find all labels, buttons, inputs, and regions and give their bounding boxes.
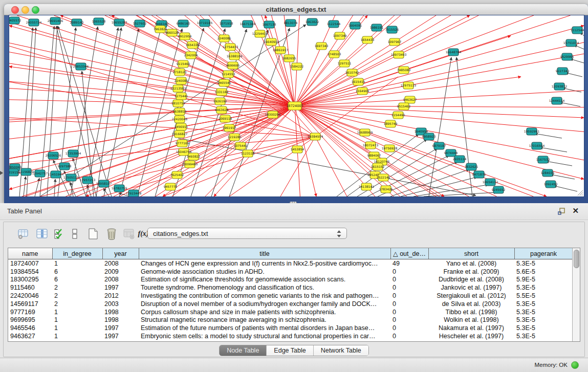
svg-text:8912954: 8912954	[178, 34, 192, 38]
svg-text:20206526: 20206526	[46, 154, 61, 157]
svg-text:1167533: 1167533	[536, 158, 550, 161]
svg-text:1275441: 1275441	[175, 94, 188, 98]
table-panel-header: Table Panel ✕	[0, 203, 588, 220]
desktop-artifact	[0, 171, 3, 175]
show-columns-icon[interactable]	[34, 226, 50, 242]
svg-text:12505115: 12505115	[63, 176, 79, 179]
svg-text:9699695: 9699695	[226, 63, 240, 67]
svg-text:1638810: 1638810	[173, 110, 187, 113]
canvas-resize-grip[interactable]	[576, 189, 583, 196]
svg-text:20691406: 20691406	[48, 19, 63, 23]
svg-text:9227343: 9227343	[556, 69, 570, 73]
svg-text:1640954: 1640954	[415, 129, 428, 133]
table-row[interactable]: 946554611997Estimation of the future num…	[8, 324, 573, 332]
column-header-in_degree[interactable]: in_degree	[52, 248, 102, 259]
svg-text:18724007: 18724007	[286, 104, 303, 108]
svg-text:10973493: 10973493	[391, 53, 407, 56]
memory-ok-indicator[interactable]	[571, 361, 579, 369]
memory-status-label: Memory: OK	[534, 362, 568, 368]
svg-text:16782759: 16782759	[112, 186, 127, 190]
svg-text:17016504: 17016504	[529, 144, 545, 147]
svg-text:9463627: 9463627	[403, 98, 417, 101]
table-row[interactable]: 1456911722003Disruption of a novel membe…	[8, 300, 573, 308]
tab-edge-table[interactable]: Edge Table	[266, 345, 313, 356]
node-attribute-table[interactable]: namein_degreeyeartitle△ out_de…shortpage…	[8, 248, 580, 342]
svg-text:16648784: 16648784	[446, 50, 462, 54]
svg-text:1961917: 1961917	[223, 126, 236, 129]
svg-text:1453854: 1453854	[291, 147, 304, 151]
svg-text:1219280: 1219280	[228, 135, 242, 139]
table-row[interactable]: 2242004622012Investigating the contribut…	[8, 292, 573, 300]
svg-text:1584222: 1584222	[290, 64, 304, 68]
svg-text:19384554: 19384554	[308, 135, 323, 138]
svg-text:1527602: 1527602	[133, 21, 147, 25]
new-document-icon[interactable]	[85, 226, 101, 242]
tab-node-table[interactable]: Node Table	[220, 345, 266, 356]
svg-text:17957253: 17957253	[80, 178, 96, 182]
unselect-all-icon[interactable]	[67, 226, 82, 242]
svg-text:9463628: 9463628	[215, 108, 229, 112]
column-header-name[interactable]: name	[8, 248, 52, 259]
svg-text:22420046: 22420046	[172, 117, 188, 121]
table-scrollbar[interactable]	[572, 248, 580, 341]
table-row[interactable]: 977716911998Corpus callosum shape and si…	[8, 308, 573, 316]
table-settings-icon[interactable]	[16, 226, 31, 242]
svg-text:1748503: 1748503	[328, 52, 341, 56]
svg-text:3493822: 3493822	[187, 155, 201, 158]
close-panel-icon[interactable]: ✕	[572, 206, 579, 215]
select-all-icon[interactable]	[52, 226, 67, 242]
column-header-title[interactable]: title	[139, 248, 390, 259]
svg-text:9515462: 9515462	[397, 104, 411, 108]
tab-network-table[interactable]: Network Table	[313, 345, 368, 356]
svg-text:9474444: 9474444	[444, 151, 458, 155]
column-header-out_degree[interactable]: △ out_de…	[390, 248, 428, 259]
svg-text:1895749: 1895749	[384, 122, 398, 125]
svg-text:10688909: 10688909	[357, 130, 373, 134]
table-row[interactable]: 1830029562008Estimation of significance …	[8, 276, 573, 284]
svg-text:1615152: 1615152	[371, 165, 385, 168]
svg-text:1963822: 1963822	[306, 20, 319, 24]
citation-network-graph[interactable]: 2405572240557242069140620891401065528106…	[9, 15, 584, 196]
svg-text:19756928: 19756928	[382, 146, 398, 150]
svg-text:9457771: 9457771	[164, 185, 178, 188]
column-header-short[interactable]: short	[428, 248, 514, 259]
column-header-year[interactable]: year	[102, 248, 139, 259]
window-titlebar[interactable]: citations_edges.txt	[4, 4, 588, 15]
table-row[interactable]: 1938455462009Genome-wide association stu…	[8, 268, 573, 276]
svg-text:10719185: 10719185	[197, 21, 213, 25]
table-row[interactable]: 1872400712008Changes of HCN gene express…	[8, 259, 573, 268]
svg-text:12942757: 12942757	[32, 171, 48, 175]
desktop: citations_edges.txt 24055722405572420691…	[0, 0, 588, 372]
svg-text:16120746: 16120746	[374, 160, 390, 163]
column-header-pagerank[interactable]: pagerank	[514, 248, 573, 259]
network-window: citations_edges.txt 24055722405572420691…	[4, 4, 588, 203]
svg-text:1092450: 1092450	[544, 182, 558, 186]
svg-text:2718120: 2718120	[173, 70, 187, 74]
svg-text:1112544: 1112544	[571, 28, 584, 32]
svg-text:1456911: 1456911	[175, 125, 188, 128]
network-canvas[interactable]: 2405572240557242069140620891401065528106…	[9, 15, 584, 197]
table-row[interactable]: 911546021997Tourette syndrome. Phenomeno…	[8, 283, 573, 292]
svg-text:8813074: 8813074	[284, 21, 298, 25]
svg-text:1069118: 1069118	[219, 117, 232, 120]
table-row[interactable]: 969969511998Structural magnetic resonanc…	[8, 316, 573, 324]
table-scrollbar-thumb[interactable]	[574, 250, 579, 268]
svg-text:10099485: 10099485	[182, 162, 198, 166]
svg-text:9297588: 9297588	[58, 164, 72, 168]
svg-text:8466160: 8466160	[155, 22, 169, 26]
delete-icon[interactable]	[104, 226, 119, 242]
window-title: citations_edges.txt	[4, 6, 588, 13]
svg-text:1697343: 1697343	[315, 44, 329, 48]
table-row[interactable]: 946362711997Embryonic stem cells: a mode…	[8, 332, 573, 340]
table-selector-dropdown[interactable]: citations_edges.txt	[147, 228, 347, 239]
svg-text:1097967: 1097967	[388, 40, 402, 43]
svg-text:12975115: 12975115	[401, 83, 417, 87]
svg-text:1667138: 1667138	[263, 23, 276, 26]
svg-text:2240086: 2240086	[217, 36, 231, 40]
svg-text:7515526: 7515526	[385, 28, 399, 31]
svg-text:1654339: 1654339	[186, 43, 200, 47]
svg-text:9660128: 9660128	[165, 31, 179, 34]
svg-text:16640910: 16640910	[264, 40, 279, 43]
svg-text:1926192: 1926192	[213, 99, 227, 103]
float-window-icon[interactable]	[557, 207, 565, 215]
